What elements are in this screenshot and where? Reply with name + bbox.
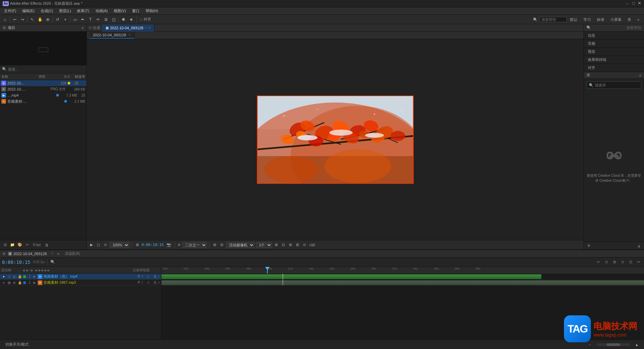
tl-ctrl-1[interactable]: ↩ [595, 259, 602, 266]
workspace-search-input[interactable] [540, 17, 567, 22]
menu-help[interactable]: 帮助(H) [143, 8, 161, 14]
view-btn-2[interactable]: ⊡ [280, 242, 286, 248]
camera-select[interactable]: 活动摄像机 [226, 242, 255, 248]
list-item[interactable]: C 2022-10... 128 25 [0, 80, 86, 86]
tl-ctrl-4[interactable]: ⊙ [619, 259, 626, 266]
menu-view[interactable]: 视图(V) [111, 8, 129, 14]
home-tool[interactable]: ⌂ [1, 16, 9, 23]
view-btn-5[interactable]: ⊙ [302, 242, 307, 248]
layer-pen-1[interactable]: / [142, 275, 146, 279]
tab-align[interactable]: 对齐 [584, 64, 644, 72]
parent-dropdown-1[interactable]: ▾ [158, 275, 160, 278]
parent-dropdown-2[interactable]: ▾ [158, 281, 160, 284]
menu-file[interactable]: 文件(F) [1, 8, 19, 14]
bottom-arrow-up[interactable]: ▲ [637, 243, 641, 248]
layer-audio-btn-2[interactable]: ◎ [7, 280, 11, 285]
timeline-current-time[interactable]: 0:00:10:15 [2, 259, 30, 265]
timeline-scroll-thumb[interactable] [607, 343, 620, 346]
tl-ctrl-2[interactable]: ⊙ [603, 259, 610, 266]
layer-visibility-btn[interactable]: ● [1, 274, 6, 279]
menu-window[interactable]: 窗口 [129, 8, 142, 14]
layer-expand-2[interactable]: ▶ [33, 281, 37, 284]
menu-animation[interactable]: 动画(A) [93, 8, 111, 14]
layer-expand-1[interactable]: ▶ [33, 275, 37, 278]
audio-track-bar[interactable] [161, 280, 644, 285]
view-btn-3[interactable]: ⊞ [288, 242, 293, 248]
puppet-tool[interactable]: ✱ [120, 16, 127, 23]
layer-lock-btn-2[interactable]: 🔒 [17, 280, 22, 285]
layer-pen-2[interactable]: / [142, 281, 146, 285]
toggle-2[interactable]: ⊟ [219, 242, 225, 248]
shape-tool[interactable]: ★ [127, 16, 135, 23]
close-button[interactable]: ✕ [638, 1, 641, 7]
camera-btn[interactable]: 📷 [165, 242, 173, 248]
workspace-library[interactable]: 库 [625, 16, 634, 23]
layer-solo-btn[interactable]: ◐ [12, 274, 17, 279]
tl-search-btn[interactable]: 🔍 [49, 259, 56, 266]
tl-ctrl-6[interactable]: ✏ [635, 259, 642, 266]
layer-lock-btn[interactable]: 🔒 [17, 274, 22, 279]
footer-next-btn[interactable]: ▲ [632, 342, 641, 347]
quality-select[interactable]: 二分之一 [182, 242, 207, 248]
layer-row[interactable]: ● ◎ ◐ 🔒 1 ▶ ● 视频素材（色）.mp4 平 / ⊙ 无 ▾ [0, 274, 161, 280]
zoom-tool[interactable]: ⊕ [44, 16, 51, 23]
layer-audio-btn[interactable]: ◎ [7, 274, 11, 279]
mask-rect-tool[interactable]: ▭ [71, 16, 79, 23]
project-panel-menu[interactable]: ≡ [82, 26, 84, 30]
render-tab-close[interactable]: ✕ [128, 33, 131, 37]
stamp-tool[interactable]: ⧉ [102, 16, 110, 23]
timeline-tab-active[interactable]: ▦ 2022-10-04_093128 [8, 252, 47, 256]
tab-preview[interactable]: 预览 [584, 48, 644, 56]
render-queue-tab[interactable]: 渲染队列 [65, 251, 80, 256]
menu-composition[interactable]: 合成(C) [38, 8, 56, 14]
layer-solo-btn-2[interactable]: ◐ [12, 280, 17, 285]
delete-btn[interactable]: 🗑 [44, 242, 50, 248]
new-comp-btn[interactable]: 📁 [9, 242, 15, 248]
tab-audio[interactable]: 音频 [584, 40, 644, 48]
timeline-scroll[interactable] [597, 343, 630, 346]
zoom-select[interactable]: 100% [110, 242, 129, 248]
menu-edit[interactable]: 编辑(E) [20, 8, 37, 14]
view-btn-1[interactable]: ⊞ [273, 242, 279, 248]
timeline-tab-menu[interactable]: ≡ [57, 252, 59, 256]
workspace-standard[interactable]: 标准 [594, 16, 607, 23]
layer-visibility-btn-2[interactable]: ● [1, 280, 6, 285]
preview-frame-indicator[interactable]: ⊞ [135, 242, 140, 248]
timeline-tab-close[interactable]: ✕ [51, 251, 54, 256]
mask-pen-tool[interactable]: ✒ [79, 16, 86, 23]
comp-tab-close[interactable]: ✕ [148, 26, 151, 30]
preview-ctrl-1[interactable]: ▶ [89, 242, 94, 248]
views-select[interactable]: 1个 [256, 242, 272, 248]
menu-layer[interactable]: 图层(L) [56, 8, 74, 14]
workspace-default[interactable]: 默认 [567, 16, 580, 23]
maximize-button[interactable]: □ [632, 1, 635, 7]
camera-tool[interactable]: ⌖ [62, 16, 69, 23]
minimize-button[interactable]: － [625, 1, 630, 7]
preview-ctrl-3[interactable]: ⊙ [103, 242, 108, 248]
comp-tab-active[interactable]: ▦ 2022-10-04_093128 ≡ ✕ [102, 24, 154, 32]
layer-row[interactable]: ● ◎ ◐ 🔒 2 ▶ A 音频素材-1967.mp3 平 / ⊙ 无 ▾ [0, 280, 161, 286]
color-label-btn[interactable]: 🎨 [17, 242, 23, 248]
undo-tool[interactable]: ↩ [11, 16, 18, 23]
video-track-bar[interactable] [161, 274, 541, 279]
comp-tab-menu[interactable]: ≡ [145, 26, 147, 30]
paint-tool[interactable]: ✏ [94, 16, 102, 23]
bottom-arrow-down[interactable]: ▼ [586, 243, 591, 248]
workspace-small[interactable]: 小屏幕 [608, 16, 624, 23]
library-menu-icon[interactable]: ≡ [639, 73, 641, 77]
menu-effects[interactable]: 效果(T) [74, 8, 92, 14]
new-folder-btn[interactable]: ⊞ [2, 242, 8, 248]
workspace-learn[interactable]: 学习 [581, 16, 594, 23]
project-search-input[interactable] [8, 67, 84, 71]
redo-tool[interactable]: ↪ [19, 16, 26, 23]
preview-ctrl-2[interactable]: ◻ [96, 242, 101, 248]
rotate-tool[interactable]: ↺ [54, 16, 61, 23]
toggle-1[interactable]: ⊞ [212, 242, 218, 248]
library-search-input[interactable] [595, 83, 639, 87]
text-tool[interactable]: T [87, 16, 94, 23]
hand-tool[interactable]: ✋ [36, 16, 44, 23]
snap-checkbox[interactable]: □ [140, 18, 142, 22]
toggle-mode-btn[interactable]: 切换开关/模式 [3, 341, 31, 348]
list-item[interactable]: ▶ ....mp4 7.3 MB 25 [0, 92, 86, 98]
tab-effects[interactable]: 效果和持续 [584, 56, 644, 64]
